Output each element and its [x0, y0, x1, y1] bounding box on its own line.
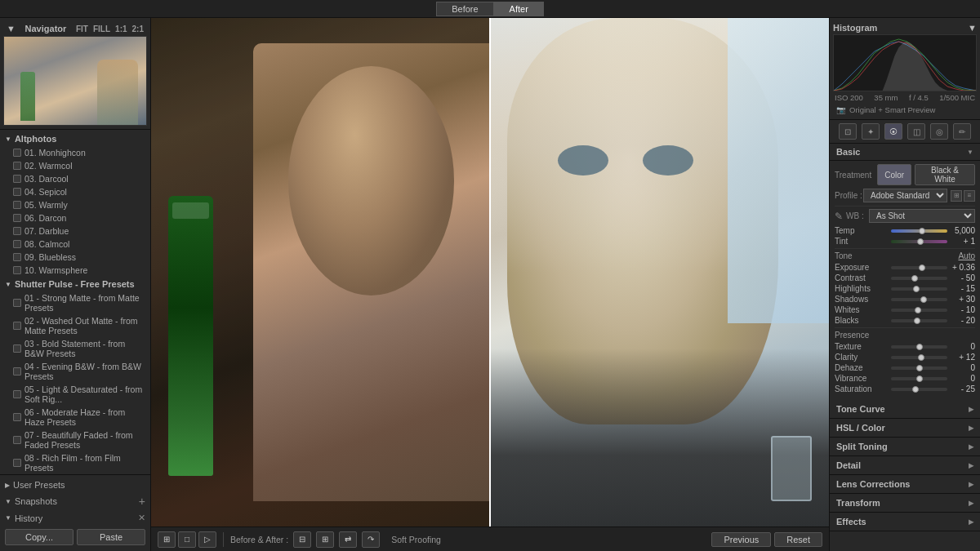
ba-copy[interactable]: ↷ [362, 531, 380, 548]
snapshots-row[interactable]: ▼ Snapshots + [0, 492, 150, 510]
basic-expand[interactable]: ▼ [967, 149, 973, 156]
preset-item[interactable]: 05 - Light & Desaturated - from Soft Rig… [0, 383, 150, 406]
preset-group-shutter[interactable]: ▼ Shutter Pulse - Free Presets [0, 277, 150, 291]
ba-swap[interactable]: ⇄ [339, 531, 357, 548]
copy-button[interactable]: Copy... [5, 529, 74, 545]
profile-browse[interactable]: ⊞ [951, 190, 962, 202]
profile-select[interactable]: Adobe Standard [863, 189, 947, 202]
highlights-track[interactable] [891, 287, 947, 291]
tint-thumb[interactable] [917, 238, 924, 245]
wb-eyedropper-icon[interactable]: ✎ [835, 211, 843, 222]
clarity-thumb[interactable] [918, 354, 924, 361]
detail-section[interactable]: Detail ▶ [830, 456, 980, 475]
preset-item[interactable]: 03. Darcool [0, 172, 150, 185]
navigator-header[interactable]: ▼ Navigator FIT FILL 1:1 2:1 [3, 21, 147, 36]
whites-track[interactable] [891, 309, 947, 312]
temp-thumb[interactable] [919, 228, 925, 234]
navigator-section: ▼ Navigator FIT FILL 1:1 2:1 [0, 18, 150, 130]
split-toning-section[interactable]: Split Toning ▶ [830, 438, 980, 456]
lens-corrections-section[interactable]: Lens Corrections ▶ [830, 475, 980, 494]
after-button[interactable]: After [494, 2, 544, 16]
compare-view-btn[interactable]: ▷ [198, 531, 216, 548]
nav-2-1[interactable]: 2:1 [132, 24, 144, 33]
preset-item[interactable]: 01. Monhighcon [0, 146, 150, 159]
saturation-track[interactable] [891, 388, 947, 391]
ba-mode-2[interactable]: ⊞ [316, 531, 334, 548]
grid-view-btn[interactable]: ⊞ [158, 531, 176, 548]
clarity-track[interactable] [891, 356, 947, 359]
preset-item[interactable]: 04 - Evening B&W - from B&W Presets [0, 360, 150, 383]
preset-icon [13, 436, 21, 444]
before-after-toggle[interactable]: Before After [436, 2, 544, 16]
snapshots-add[interactable]: + [139, 495, 145, 508]
temp-track[interactable] [891, 229, 947, 233]
transform-section[interactable]: Transform ▶ [830, 494, 980, 513]
preset-item[interactable]: 07 - Beautifully Faded - from Faded Pres… [0, 429, 150, 451]
contrast-track[interactable] [891, 277, 947, 280]
user-presets-row[interactable]: ▶ User Presets [0, 478, 150, 492]
shadows-thumb[interactable] [920, 296, 927, 303]
snapshots-tri: ▼ [5, 498, 11, 505]
history-row[interactable]: ▼ History ✕ [0, 510, 150, 526]
preset-item[interactable]: 09. Bluebless [0, 251, 150, 264]
grad-tool[interactable]: ◫ [907, 123, 925, 140]
previous-button[interactable]: Previous [711, 532, 771, 547]
split-image [151, 18, 829, 527]
brush-tool[interactable]: ✏ [953, 123, 971, 140]
preset-group-altphotos[interactable]: ▼ Altphotos [0, 131, 150, 146]
color-tool[interactable]: ⦿ [884, 123, 902, 140]
history-close[interactable]: ✕ [138, 513, 145, 523]
texture-thumb[interactable] [916, 344, 923, 350]
preset-item[interactable]: 10. Warmsphere [0, 264, 150, 277]
preset-item[interactable]: 04. Sepicol [0, 185, 150, 198]
basic-header[interactable]: Basic ▼ [830, 144, 980, 161]
vibrance-track[interactable] [891, 377, 947, 380]
blacks-thumb[interactable] [914, 318, 920, 324]
preset-item[interactable]: 03 - Bold Statement - from B&W Presets [0, 337, 150, 360]
loupe-view-btn[interactable]: □ [178, 531, 196, 548]
nav-fit-buttons[interactable]: FIT FILL 1:1 2:1 [76, 24, 144, 33]
profile-list[interactable]: ≡ [964, 190, 975, 202]
ba-mode-1[interactable]: ⊟ [293, 531, 311, 548]
dehaze-thumb[interactable] [916, 365, 923, 371]
tint-track[interactable] [891, 240, 947, 243]
saturation-thumb[interactable] [912, 386, 919, 393]
crop-tool[interactable]: ⊡ [839, 123, 857, 140]
whites-thumb[interactable] [915, 307, 921, 313]
preset-item[interactable]: 07. Darblue [0, 224, 150, 238]
vibrance-value: 0 [951, 374, 975, 383]
nav-fill[interactable]: FILL [93, 24, 110, 33]
paste-button[interactable]: Paste [77, 529, 145, 545]
texture-track[interactable] [891, 345, 947, 349]
preset-item[interactable]: 08. Calmcol [0, 238, 150, 251]
preset-item[interactable]: 06. Darcon [0, 211, 150, 224]
treatment-color[interactable]: Color [877, 164, 911, 185]
exposure-track[interactable] [891, 266, 947, 269]
auto-button[interactable]: Auto [958, 251, 975, 260]
wb-select[interactable]: As Shot [869, 209, 975, 223]
preset-item[interactable]: 08 - Rich Film - from Film Presets [0, 451, 150, 474]
nav-fit[interactable]: FIT [76, 24, 88, 33]
effects-section[interactable]: Effects ▶ [830, 513, 980, 531]
contrast-thumb[interactable] [911, 275, 918, 282]
treatment-bw[interactable]: Black & White [915, 164, 975, 185]
shadows-track[interactable] [891, 298, 947, 301]
exposure-thumb[interactable] [919, 264, 925, 271]
preset-item[interactable]: 02 - Washed Out Matte - from Matte Prese… [0, 314, 150, 337]
preset-item[interactable]: 05. Warmly [0, 198, 150, 211]
vibrance-thumb[interactable] [916, 375, 923, 382]
heal-tool[interactable]: ✦ [862, 123, 880, 140]
preset-item[interactable]: 06 - Moderate Haze - from Haze Presets [0, 406, 150, 429]
reset-button[interactable]: Reset [774, 532, 822, 547]
before-button[interactable]: Before [436, 2, 493, 16]
radial-tool[interactable]: ◎ [930, 123, 948, 140]
nav-1-1[interactable]: 1:1 [115, 24, 127, 33]
hsl-section[interactable]: HSL / Color ▶ [830, 419, 980, 438]
histogram-expand[interactable]: ▼ [968, 23, 977, 33]
preset-item[interactable]: 01 - Strong Matte - from Matte Presets [0, 291, 150, 314]
dehaze-track[interactable] [891, 367, 947, 370]
highlights-thumb[interactable] [913, 286, 920, 292]
tone-curve-section[interactable]: Tone Curve ▶ [830, 400, 980, 419]
blacks-track[interactable] [891, 319, 947, 322]
preset-item[interactable]: 02. Warmcol [0, 159, 150, 172]
